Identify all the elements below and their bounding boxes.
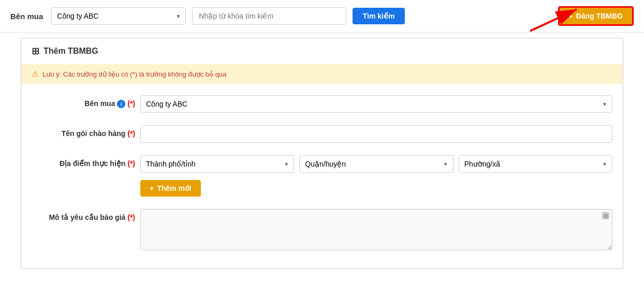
top-ben-mua-label: Bên mua — [10, 12, 43, 21]
mo-ta-row: Mô tả yêu cầu báo giá (*) ⊟ — [21, 203, 623, 258]
notice-bar: ⚠ Lưu ý: Các trường dữ liệu có (*) là tr… — [21, 64, 623, 84]
district-select[interactable]: Quận/huyện — [299, 155, 453, 173]
them-moi-button-row: + Thêm mới — [140, 177, 612, 197]
search-input[interactable] — [192, 7, 346, 25]
city-select[interactable]: Thành phố/tỉnh — [140, 155, 294, 173]
ten-goi-label: Tên gói chào hàng (*) — [32, 125, 135, 138]
notice-icon: ⚠ — [32, 69, 38, 79]
ben-mua-required: (*) — [127, 99, 135, 108]
form-container: ⊞ Thêm TBMBG ⚠ Lưu ý: Các trường dữ liệu… — [0, 33, 644, 274]
ward-select-wrapper[interactable]: Phường/xã — [459, 155, 612, 173]
form-title-text: Thêm TBMBG — [43, 47, 98, 56]
district-select-wrapper[interactable]: Quận/huyện — [299, 155, 453, 173]
ward-select[interactable]: Phường/xã — [459, 155, 612, 173]
location-col: Thành phố/tỉnh Quận/huyện Phường/xã — [140, 155, 612, 197]
top-ben-mua-select-wrapper[interactable]: Công ty ABC — [51, 7, 186, 25]
them-moi-button[interactable]: + Thêm mới — [140, 180, 201, 197]
notice-text: Lưu ý: Các trường dữ liệu có (*) là trườ… — [42, 70, 226, 78]
form-title-icon: ⊞ — [32, 46, 39, 57]
top-bar: Bên mua Công ty ABC Tìm kiếm + Đăng TBMB… — [0, 0, 644, 33]
them-moi-label: Thêm mới — [157, 184, 192, 192]
ten-goi-row: Tên gói chào hàng (*) — [21, 119, 623, 149]
textarea-resize-icon: ⊟ — [602, 212, 609, 219]
dang-tbmbg-button[interactable]: + Đăng TBMBG — [558, 6, 634, 26]
mo-ta-textarea-wrapper: ⊟ — [140, 209, 612, 252]
mo-ta-required: (*) — [127, 213, 135, 221]
plus-icon: + — [569, 12, 573, 20]
top-ben-mua-select[interactable]: Công ty ABC — [51, 7, 186, 25]
form-title: ⊞ Thêm TBMBG — [21, 38, 623, 64]
mo-ta-label: Mô tả yêu cầu báo giá (*) — [32, 209, 135, 221]
city-select-wrapper[interactable]: Thành phố/tỉnh — [140, 155, 294, 173]
location-row: Thành phố/tỉnh Quận/huyện Phường/xã — [140, 155, 612, 173]
ben-mua-select-wrapper[interactable]: Công ty ABC — [140, 95, 612, 113]
form-section: ⊞ Thêm TBMBG ⚠ Lưu ý: Các trường dữ liệu… — [21, 38, 623, 269]
search-button[interactable]: Tìm kiếm — [353, 8, 405, 24]
them-moi-plus-icon: + — [150, 184, 154, 192]
dia-diem-row: Địa điểm thực hiện (*) Thành phố/tỉnh Qu… — [21, 149, 623, 203]
ben-mua-select[interactable]: Công ty ABC — [140, 95, 612, 113]
dang-tbmbg-label: Đăng TBMBG — [576, 12, 623, 20]
dia-diem-label: Địa điểm thực hiện (*) — [32, 155, 135, 168]
ten-goi-required: (*) — [127, 129, 135, 138]
ben-mua-row: Bên mua i (*) Công ty ABC — [21, 89, 623, 119]
dia-diem-required: (*) — [127, 159, 135, 168]
ben-mua-label: Bên mua i (*) — [32, 95, 135, 108]
mo-ta-textarea[interactable] — [140, 209, 612, 250]
info-icon[interactable]: i — [117, 100, 125, 108]
ten-goi-input[interactable] — [140, 125, 612, 143]
